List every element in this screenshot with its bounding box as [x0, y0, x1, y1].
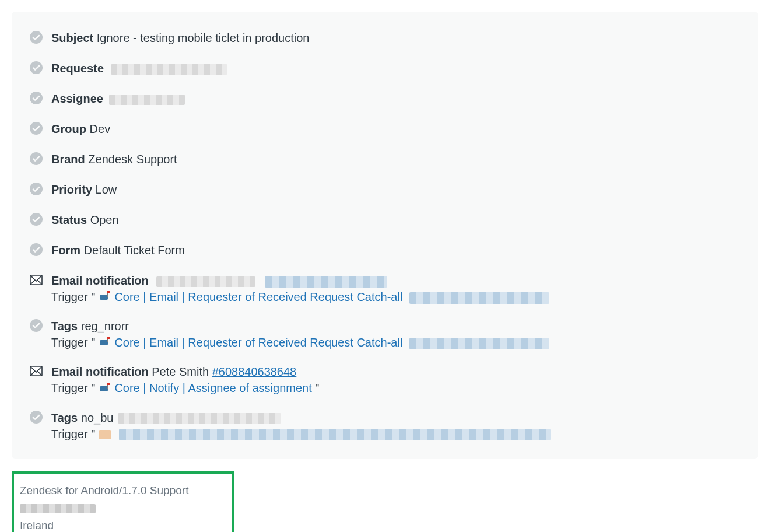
redacted-text: [119, 429, 551, 440]
mailbox-icon: [99, 290, 110, 303]
check-circle-icon: [29, 61, 43, 75]
check-circle-icon: [29, 410, 43, 424]
assignee-label: Assignee: [51, 92, 103, 105]
priority-label: Priority: [51, 183, 92, 196]
trigger-prefix: Trigger ": [51, 428, 95, 440]
svg-rect-19: [107, 383, 110, 385]
subject-value: Ignore - testing mobile ticlet in produc…: [97, 32, 310, 44]
trigger-link[interactable]: Core | Email | Requester of Received Req…: [114, 336, 402, 349]
event-priority: Priority Low: [29, 181, 741, 198]
event-subject: Subject Ignore - testing mobile ticlet i…: [29, 29, 741, 47]
check-circle-icon: [29, 30, 43, 44]
check-circle-icon: [29, 212, 43, 226]
trigger-link[interactable]: Core | Notify | Assignee of assignment: [114, 382, 311, 394]
priority-value: Low: [96, 183, 117, 196]
event-email-notification: Email notification Pete Smith #608840638…: [29, 363, 741, 396]
status-value: Open: [90, 214, 119, 226]
notification-ref-link[interactable]: #608840638648: [212, 365, 297, 378]
svg-rect-9: [100, 295, 108, 300]
status-label: Status: [51, 214, 87, 226]
trigger-suffix: ": [315, 382, 319, 394]
redacted-text: [409, 338, 549, 349]
tags-value: reg_nrorr: [81, 320, 129, 332]
svg-point-0: [30, 31, 43, 44]
svg-rect-17: [100, 386, 108, 391]
event-form: Form Default Ticket Form: [29, 242, 741, 259]
svg-point-5: [30, 183, 43, 195]
subject-label: Subject: [51, 32, 93, 44]
svg-rect-11: [107, 291, 110, 293]
event-brand: Brand Zendesk Support: [29, 150, 741, 168]
svg-point-20: [30, 411, 43, 424]
trigger-prefix: Trigger ": [51, 290, 95, 303]
svg-rect-13: [100, 340, 108, 345]
redacted-text: [265, 276, 387, 288]
svg-point-1: [30, 61, 43, 74]
brand-value: Zendesk Support: [88, 153, 177, 166]
check-circle-icon: [29, 91, 43, 105]
handshake-icon: [99, 430, 111, 439]
tags-label: Tags: [51, 411, 78, 424]
form-value: Default Ticket Form: [84, 244, 185, 257]
email-notification-label: Email notification: [51, 274, 149, 287]
svg-point-6: [30, 213, 43, 226]
ticket-events-panel: Subject Ignore - testing mobile ticlet i…: [12, 12, 758, 459]
event-email-notification: Email notification Trigger " Core | Emai…: [29, 272, 741, 304]
form-label: Form: [51, 244, 80, 257]
tags-label: Tags: [51, 320, 78, 332]
svg-point-7: [30, 243, 43, 256]
tags-value: no_bu: [81, 411, 114, 424]
redacted-text: [409, 292, 549, 304]
email-notification-recipient: Pete Smith: [152, 365, 209, 378]
event-group: Group Dev: [29, 120, 741, 138]
email-notification-label: Email notification: [51, 365, 149, 378]
svg-point-3: [30, 122, 43, 135]
redacted-text: [156, 276, 255, 287]
svg-point-4: [30, 152, 43, 165]
check-circle-icon: [29, 121, 43, 135]
mailbox-icon: [99, 382, 110, 395]
check-circle-icon: [29, 243, 43, 257]
svg-rect-15: [107, 337, 110, 339]
svg-point-2: [30, 92, 43, 104]
event-assignee: Assignee: [29, 90, 741, 107]
check-circle-icon: [29, 182, 43, 196]
event-tags: Tags no_bu Trigger ": [29, 409, 741, 441]
event-status: Status Open: [29, 211, 741, 229]
event-requester: Requeste: [29, 60, 741, 77]
check-circle-icon: [29, 318, 43, 332]
redacted-text: [109, 94, 185, 105]
group-label: Group: [51, 123, 86, 135]
svg-point-12: [30, 319, 43, 332]
trigger-prefix: Trigger ": [51, 382, 95, 394]
trigger-prefix: Trigger ": [51, 336, 95, 349]
mailbox-icon: [99, 335, 110, 349]
redacted-text: [111, 64, 227, 75]
client-app-line: Zendesk for Android/1.7.0 Support: [20, 482, 226, 499]
client-info-box: Zendesk for Android/1.7.0 Support Irelan…: [12, 471, 234, 532]
requester-label: Requeste: [51, 62, 104, 75]
mail-bounce-icon: [29, 273, 43, 287]
redacted-text: [118, 413, 281, 424]
event-tags: Tags reg_nrorr Trigger " Core | Email | …: [29, 317, 741, 350]
redacted-text: [20, 504, 96, 513]
mail-bounce-icon: [29, 364, 43, 378]
trigger-link[interactable]: Core | Email | Requester of Received Req…: [114, 290, 402, 303]
check-circle-icon: [29, 152, 43, 166]
client-location-line: Ireland: [20, 517, 226, 532]
brand-label: Brand: [51, 153, 85, 166]
group-value: Dev: [90, 123, 111, 135]
